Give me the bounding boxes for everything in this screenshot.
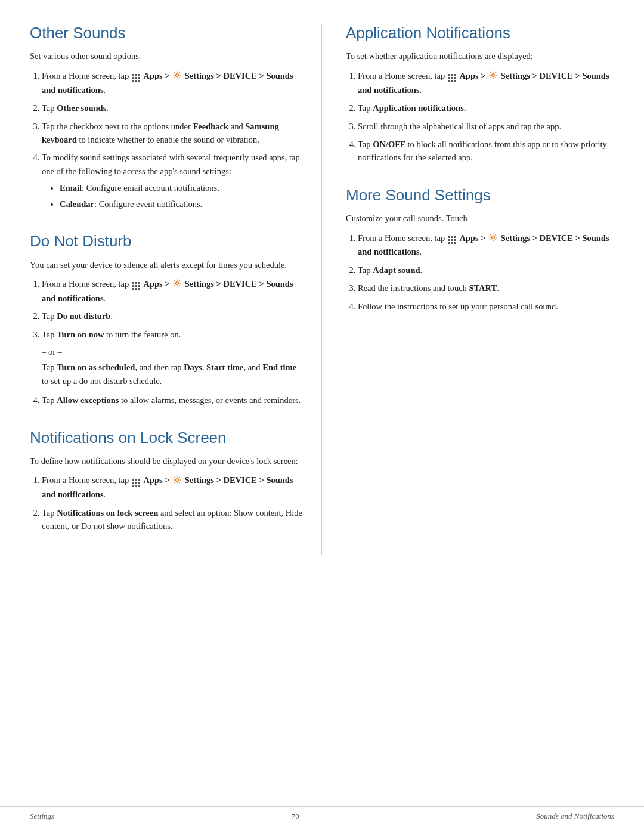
apps-label: Apps >: [143, 71, 169, 80]
svg-rect-34: [451, 77, 453, 79]
calendar-bullet: Calendar: Configure event notifications.: [60, 197, 304, 210]
svg-rect-2: [138, 74, 140, 76]
svg-rect-22: [138, 479, 140, 481]
more-sound-settings-section: More Sound Settings Customize your call …: [346, 186, 614, 313]
an-step2: Tap Application notifications.: [358, 101, 614, 114]
svg-rect-48: [454, 242, 456, 244]
svg-rect-11: [135, 282, 137, 284]
turn-on-now-label: Turn on now: [57, 330, 104, 339]
application-notifications-heading: Application Notifications: [346, 24, 614, 42]
application-notifications-list: From a Home screen, tap Apps > Settings …: [358, 69, 614, 165]
svg-rect-46: [448, 242, 450, 244]
dnd-step4: Tap Allow exceptions to allow alarms, me…: [42, 394, 304, 407]
svg-rect-44: [451, 239, 453, 241]
svg-rect-38: [454, 80, 456, 82]
page-footer: Settings 70 Sounds and Notifications: [0, 806, 644, 821]
svg-rect-5: [138, 77, 140, 79]
calendar-label: Calendar: [60, 199, 94, 209]
other-sounds-bullets: Email: Configure email account notificat…: [60, 181, 304, 210]
apps-grid-icon-4: [448, 72, 457, 81]
application-notifications-section: Application Notifications To set whether…: [346, 24, 614, 165]
an-step4: Tap ON/OFF to block all notifications fr…: [358, 138, 614, 165]
start-label: START: [469, 283, 497, 293]
application-notifications-tap: Application notifications.: [373, 103, 466, 113]
email-label: Email: [60, 183, 82, 193]
days-label: Days: [184, 363, 202, 372]
svg-rect-45: [454, 239, 456, 241]
do-not-disturb-tap: Do not disturb: [57, 311, 110, 321]
svg-rect-27: [135, 485, 137, 487]
svg-rect-3: [132, 77, 134, 79]
dnd-step3: Tap Turn on now to turn the feature on.: [42, 328, 304, 341]
other-sounds-tap: Other sounds: [57, 103, 106, 113]
nls-settings-gear-icon: [173, 475, 181, 488]
apps-grid-icon-5: [448, 234, 457, 243]
svg-rect-25: [138, 482, 140, 484]
right-column: Application Notifications To set whether…: [322, 24, 614, 555]
allow-exceptions-label: Allow exceptions: [57, 395, 119, 405]
or-divider: – or –: [42, 347, 304, 357]
dnd-or-block: Tap Turn on as scheduled, and then tap D…: [42, 361, 304, 388]
apps-grid-icon-3: [132, 477, 141, 486]
dnd-settings-gear-icon: [173, 278, 181, 291]
dnd-step1: From a Home screen, tap Apps > Settings …: [42, 277, 304, 305]
mss-apps-label: Apps >: [459, 233, 485, 243]
nls-step1: From a Home screen, tap Apps > Settings …: [42, 473, 304, 501]
an-step3: Scroll through the alphabetical list of …: [358, 120, 614, 133]
svg-rect-42: [454, 236, 456, 238]
svg-rect-20: [132, 479, 134, 481]
footer-right-text: Sounds and Notifications: [536, 812, 614, 821]
svg-rect-24: [135, 482, 137, 484]
svg-point-49: [492, 236, 495, 239]
dnd-scheduled-text: Tap Turn on as scheduled, and then tap D…: [42, 361, 304, 388]
svg-rect-10: [132, 282, 134, 284]
notifications-lock-screen-list: From a Home screen, tap Apps > Settings …: [42, 473, 304, 532]
svg-rect-16: [132, 288, 134, 290]
adapt-sound-label: Adapt sound: [373, 265, 420, 275]
svg-rect-17: [135, 288, 137, 290]
svg-rect-7: [135, 80, 137, 82]
svg-rect-14: [135, 285, 137, 287]
dnd-apps-label: Apps >: [143, 279, 169, 289]
svg-rect-35: [454, 77, 456, 79]
apps-grid-icon: [132, 72, 141, 81]
left-column: Other Sounds Set various other sound opt…: [30, 24, 322, 555]
svg-rect-43: [448, 239, 450, 241]
svg-rect-12: [138, 282, 140, 284]
an-apps-label: Apps >: [459, 71, 485, 80]
application-notifications-intro: To set whether application notifications…: [346, 49, 614, 63]
page-number: 70: [292, 812, 299, 821]
other-sounds-intro: Set various other sound options.: [30, 49, 304, 63]
on-off-label: ON/OFF: [373, 140, 405, 149]
do-not-disturb-heading: Do Not Disturb: [30, 232, 304, 250]
svg-rect-6: [132, 80, 134, 82]
other-sounds-heading: Other Sounds: [30, 24, 304, 42]
end-time-label: End time: [262, 363, 296, 372]
svg-rect-23: [132, 482, 134, 484]
notifications-lock-screen-section: Notifications on Lock Screen To define h…: [30, 429, 304, 533]
notifications-lock-screen-heading: Notifications on Lock Screen: [30, 429, 304, 447]
svg-rect-37: [451, 80, 453, 82]
dnd-list-cont: Tap Allow exceptions to allow alarms, me…: [42, 394, 304, 407]
footer-left-text: Settings: [30, 812, 54, 821]
other-sounds-step2: Tap Other sounds.: [42, 101, 304, 114]
other-sounds-step3: Tap the checkbox next to the options und…: [42, 120, 304, 147]
mss-step1: From a Home screen, tap Apps > Settings …: [358, 231, 614, 259]
more-sound-settings-heading: More Sound Settings: [346, 186, 614, 205]
svg-rect-13: [132, 285, 134, 287]
svg-rect-41: [451, 236, 453, 238]
turn-on-scheduled-label: Turn on as scheduled: [57, 363, 135, 372]
svg-rect-18: [138, 288, 140, 290]
svg-rect-31: [451, 74, 453, 76]
svg-point-9: [176, 74, 179, 77]
email-bullet: Email: Configure email account notificat…: [60, 181, 304, 194]
svg-rect-26: [132, 485, 134, 487]
svg-point-39: [492, 74, 495, 77]
do-not-disturb-list: From a Home screen, tap Apps > Settings …: [42, 277, 304, 341]
more-sound-settings-intro: Customize your call sounds. Touch: [346, 212, 614, 225]
samsung-keyboard-label: Samsung keyboard: [42, 122, 279, 144]
do-not-disturb-intro: You can set your device to silence all a…: [30, 258, 304, 271]
nls-apps-label: Apps >: [143, 475, 169, 485]
other-sounds-step4: To modify sound settings associated with…: [42, 151, 304, 210]
other-sounds-step1: From a Home screen, tap Apps > Settings …: [42, 69, 304, 97]
